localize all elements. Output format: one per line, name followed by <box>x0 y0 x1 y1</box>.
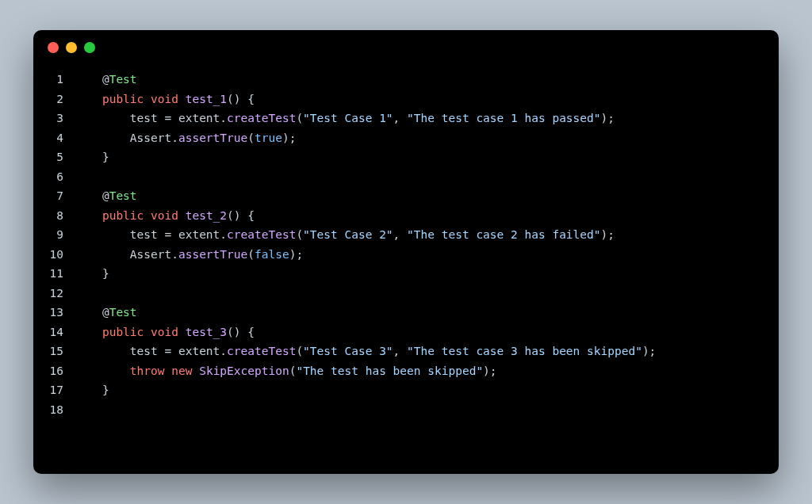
code-line[interactable]: 2 public void test_1() { <box>33 90 779 109</box>
code-line[interactable]: 10 Assert.assertTrue(false); <box>33 245 779 265</box>
window-titlebar <box>33 30 779 65</box>
code-line[interactable]: 9 test = extent.createTest("Test Case 2"… <box>33 225 779 245</box>
code-line[interactable]: 6 <box>33 167 779 187</box>
line-number: 1 <box>33 70 75 90</box>
code-content[interactable]: Assert.assertTrue(true); <box>75 128 296 148</box>
line-number: 13 <box>33 303 75 323</box>
code-line[interactable]: 5 } <box>33 147 779 167</box>
close-button[interactable] <box>48 42 59 53</box>
code-line[interactable]: 13 @Test <box>33 303 779 323</box>
code-line[interactable]: 18 <box>33 400 779 420</box>
line-number: 11 <box>33 264 75 284</box>
code-editor[interactable]: 1 @Test2 public void test_1() {3 test = … <box>33 65 779 419</box>
code-line[interactable]: 4 Assert.assertTrue(true); <box>33 128 779 148</box>
code-line[interactable]: 1 @Test <box>33 70 779 90</box>
code-line[interactable]: 7 @Test <box>33 186 779 206</box>
code-content[interactable]: public void test_3() { <box>75 323 255 342</box>
zoom-button[interactable] <box>84 42 95 53</box>
code-content[interactable]: test = extent.createTest("Test Case 1", … <box>75 109 615 128</box>
code-line[interactable]: 12 <box>33 284 779 304</box>
code-line[interactable]: 14 public void test_3() { <box>33 323 779 342</box>
line-number: 9 <box>33 225 75 245</box>
code-line[interactable]: 16 throw new SkipException("The test has… <box>33 361 779 381</box>
line-number: 6 <box>33 167 75 187</box>
line-number: 8 <box>33 206 75 226</box>
line-number: 12 <box>33 284 75 304</box>
code-window: 1 @Test2 public void test_1() {3 test = … <box>33 30 779 474</box>
code-content[interactable]: test = extent.createTest("Test Case 2", … <box>75 225 615 245</box>
line-number: 7 <box>33 186 75 206</box>
code-line[interactable]: 11 } <box>33 264 779 284</box>
line-number: 2 <box>33 90 75 109</box>
code-line[interactable]: 17 } <box>33 380 779 400</box>
code-content[interactable]: public void test_1() { <box>75 90 255 109</box>
code-content[interactable]: @Test <box>75 186 137 206</box>
line-number: 17 <box>33 380 75 400</box>
line-number: 5 <box>33 147 75 167</box>
minimize-button[interactable] <box>66 42 77 53</box>
line-number: 18 <box>33 400 75 420</box>
code-line[interactable]: 8 public void test_2() { <box>33 206 779 226</box>
line-number: 15 <box>33 342 75 361</box>
code-content[interactable]: public void test_2() { <box>75 206 255 226</box>
line-number: 14 <box>33 323 75 342</box>
code-content[interactable]: throw new SkipException("The test has be… <box>75 361 497 381</box>
code-content[interactable]: } <box>75 147 109 167</box>
code-content[interactable]: @Test <box>75 70 137 90</box>
code-content[interactable]: } <box>75 380 109 400</box>
code-content[interactable]: test = extent.createTest("Test Case 3", … <box>75 342 656 361</box>
line-number: 10 <box>33 245 75 265</box>
code-line[interactable]: 15 test = extent.createTest("Test Case 3… <box>33 342 779 361</box>
code-content[interactable]: Assert.assertTrue(false); <box>75 245 303 265</box>
line-number: 3 <box>33 109 75 128</box>
code-content[interactable]: @Test <box>75 303 137 323</box>
code-content[interactable]: } <box>75 264 109 284</box>
line-number: 4 <box>33 128 75 148</box>
code-line[interactable]: 3 test = extent.createTest("Test Case 1"… <box>33 109 779 128</box>
line-number: 16 <box>33 361 75 381</box>
